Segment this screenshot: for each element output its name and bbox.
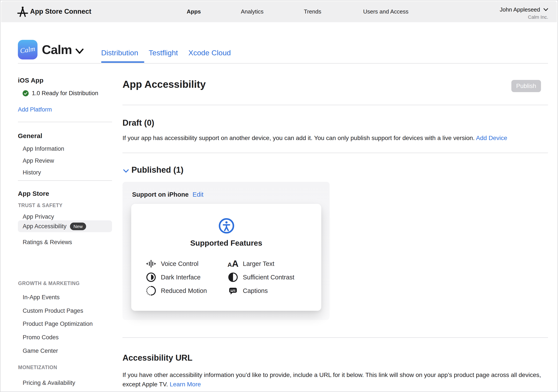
tab-testflight[interactable]: Testflight	[149, 49, 178, 57]
accessibility-icon	[218, 218, 235, 234]
draft-description: If your app has accessibility support on…	[122, 133, 548, 143]
sidebar-item-app-accessibility[interactable]: App Accessibility New	[18, 220, 112, 232]
published-support-card: Support on iPhone Edit Supported Feature…	[122, 182, 330, 320]
supported-features-card: Supported Features Voice Control AA	[131, 204, 321, 311]
published-heading: Published (1)	[131, 165, 183, 175]
calm-app-icon-script: Calm	[20, 44, 36, 55]
feature-voice-control: Voice Control	[145, 258, 199, 269]
sidebar-divider	[18, 122, 112, 122]
nav-item-trends[interactable]: Trends	[304, 8, 321, 15]
voice-control-icon	[145, 259, 157, 269]
version-status-label: 1.0 Ready for Distribution	[32, 90, 98, 97]
sidebar-item-promo-codes[interactable]: Promo Codes	[23, 334, 59, 341]
sidebar-item-app-review[interactable]: App Review	[23, 157, 54, 164]
feature-reduced-motion: Reduced Motion	[145, 285, 207, 296]
app-store-connect-logo-icon	[16, 5, 29, 18]
nav-item-users-and-access[interactable]: Users and Access	[363, 8, 409, 15]
section-divider	[122, 105, 548, 105]
app-title: Calm	[42, 42, 72, 57]
calm-app-icon: Calm	[18, 40, 37, 60]
add-device-link[interactable]: Add Device	[476, 135, 507, 141]
publish-button[interactable]: Publish	[511, 80, 541, 92]
support-card-title: Support on iPhone	[132, 191, 189, 198]
feature-larger-text: AA Larger Text	[227, 258, 274, 269]
captions-icon	[227, 286, 239, 296]
nav-item-apps[interactable]: Apps	[187, 8, 201, 15]
sidebar-item-product-page-optimization[interactable]: Product Page Optimization	[23, 321, 93, 327]
feature-label: Sufficient Contrast	[243, 274, 294, 281]
add-platform-link[interactable]: Add Platform	[18, 106, 52, 113]
sidebar-heading-general: General	[18, 132, 42, 140]
sidebar-item-custom-product-pages[interactable]: Custom Product Pages	[23, 307, 83, 314]
draft-description-text: If your app has accessibility support on…	[122, 135, 475, 141]
page-title: App Accessibility	[122, 78, 206, 90]
sidebar-label-trust-safety: TRUST & SAFETY	[18, 203, 62, 208]
nav-item-analytics[interactable]: Analytics	[241, 8, 263, 15]
app-store-connect-window: App Store Connect Apps Analytics Trends …	[0, 0, 558, 392]
sidebar-label-growth-marketing: GROWTH & MARKETING	[18, 281, 79, 286]
sidebar-item-app-privacy[interactable]: App Privacy	[23, 213, 54, 220]
check-circle-icon	[22, 90, 29, 96]
sufficient-contrast-icon	[227, 272, 239, 282]
version-status: 1.0 Ready for Distribution	[22, 90, 98, 97]
sidebar-item-history[interactable]: History	[23, 169, 41, 176]
sidebar-item-app-accessibility-label: App Accessibility	[23, 223, 67, 230]
tab-xcode-cloud[interactable]: Xcode Cloud	[188, 49, 231, 57]
sidebar-item-in-app-events[interactable]: In-App Events	[23, 294, 60, 301]
app-switcher[interactable]: Calm	[42, 42, 84, 57]
sidebar-item-app-information[interactable]: App Information	[23, 145, 64, 152]
feature-label: Captions	[243, 287, 268, 294]
draft-heading: Draft (0)	[122, 118, 154, 128]
accessibility-url-heading: Accessibility URL	[122, 353, 192, 363]
sidebar-item-pricing-availability[interactable]: Pricing & Availability	[23, 380, 75, 386]
account-org: Calm Inc.	[500, 14, 548, 20]
account-chevron-icon	[543, 8, 548, 11]
reduced-motion-icon	[145, 286, 157, 296]
section-divider	[122, 337, 548, 338]
account-menu[interactable]: John Appleseed Calm Inc.	[500, 6, 548, 20]
accessibility-url-description: If you have other accessibility informat…	[122, 370, 544, 389]
supported-features-title: Supported Features	[131, 239, 321, 247]
larger-text-icon: AA	[227, 258, 239, 269]
app-switcher-chevron-icon	[75, 48, 84, 54]
feature-sufficient-contrast: Sufficient Contrast	[227, 272, 294, 283]
published-section-header: Published (1)	[123, 165, 183, 175]
learn-more-link[interactable]: Learn More	[170, 381, 201, 388]
active-tab-underline	[101, 61, 144, 63]
sidebar-item-game-center[interactable]: Game Center	[23, 348, 58, 354]
sidebar-item-ratings-reviews[interactable]: Ratings & Reviews	[23, 239, 72, 246]
new-badge: New	[70, 222, 86, 230]
feature-label: Voice Control	[161, 260, 199, 267]
feature-dark-interface: Dark Interface	[145, 272, 201, 283]
top-bar: App Store Connect Apps Analytics Trends …	[1, 1, 557, 22]
sidebar-heading-ios-app: iOS App	[18, 77, 43, 84]
dark-interface-icon	[145, 272, 157, 282]
account-name: John Appleseed	[500, 6, 540, 13]
sidebar-divider	[18, 180, 112, 181]
sidebar-label-monetization: MONETIZATION	[18, 365, 57, 370]
feature-label: Dark Interface	[161, 274, 201, 281]
feature-label: Larger Text	[243, 260, 274, 267]
feature-captions: Captions	[227, 285, 268, 296]
section-divider	[122, 153, 548, 153]
brand-title: App Store Connect	[30, 8, 91, 16]
tab-distribution[interactable]: Distribution	[101, 49, 138, 57]
edit-link[interactable]: Edit	[192, 191, 203, 198]
feature-label: Reduced Motion	[161, 287, 207, 294]
header-divider	[18, 63, 548, 64]
sidebar-heading-app-store: App Store	[18, 190, 49, 197]
published-toggle-chevron-icon[interactable]	[123, 169, 129, 173]
